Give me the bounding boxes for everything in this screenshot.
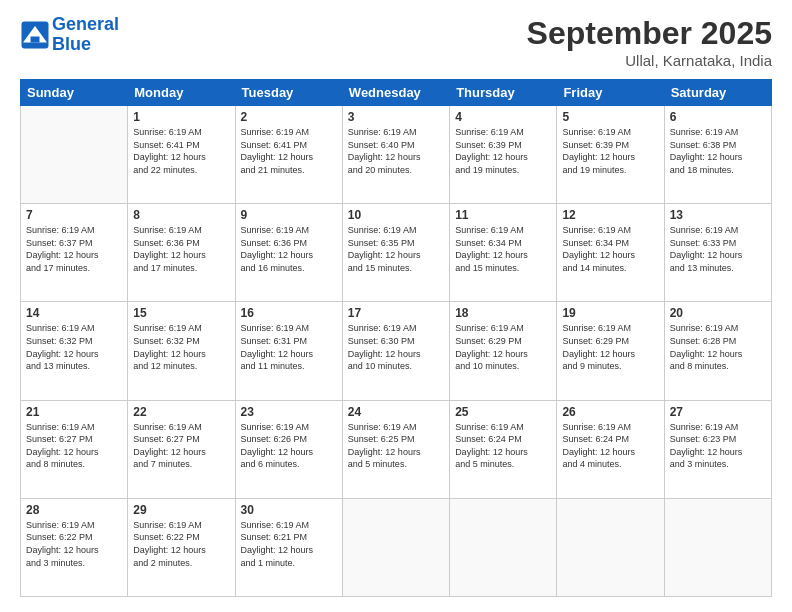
cell-w5-d5	[557, 498, 664, 596]
logo-line1: General	[52, 14, 119, 34]
day-number: 7	[26, 208, 122, 222]
cell-info: Sunrise: 6:19 AM Sunset: 6:36 PM Dayligh…	[133, 224, 229, 274]
logo-line2: Blue	[52, 34, 91, 54]
day-number: 10	[348, 208, 444, 222]
week-row-5: 28Sunrise: 6:19 AM Sunset: 6:22 PM Dayli…	[21, 498, 772, 596]
cell-info: Sunrise: 6:19 AM Sunset: 6:27 PM Dayligh…	[133, 421, 229, 471]
cell-w3-d3: 17Sunrise: 6:19 AM Sunset: 6:30 PM Dayli…	[342, 302, 449, 400]
header-saturday: Saturday	[664, 80, 771, 106]
cell-w2-d3: 10Sunrise: 6:19 AM Sunset: 6:35 PM Dayli…	[342, 204, 449, 302]
cell-info: Sunrise: 6:19 AM Sunset: 6:35 PM Dayligh…	[348, 224, 444, 274]
day-number: 24	[348, 405, 444, 419]
cell-w1-d1: 1Sunrise: 6:19 AM Sunset: 6:41 PM Daylig…	[128, 106, 235, 204]
day-number: 4	[455, 110, 551, 124]
day-number: 13	[670, 208, 766, 222]
cell-info: Sunrise: 6:19 AM Sunset: 6:23 PM Dayligh…	[670, 421, 766, 471]
cell-info: Sunrise: 6:19 AM Sunset: 6:39 PM Dayligh…	[455, 126, 551, 176]
cell-info: Sunrise: 6:19 AM Sunset: 6:41 PM Dayligh…	[241, 126, 337, 176]
cell-info: Sunrise: 6:19 AM Sunset: 6:41 PM Dayligh…	[133, 126, 229, 176]
day-number: 17	[348, 306, 444, 320]
day-number: 25	[455, 405, 551, 419]
day-number: 15	[133, 306, 229, 320]
cell-info: Sunrise: 6:19 AM Sunset: 6:22 PM Dayligh…	[26, 519, 122, 569]
cell-w5-d3	[342, 498, 449, 596]
day-number: 5	[562, 110, 658, 124]
cell-info: Sunrise: 6:19 AM Sunset: 6:31 PM Dayligh…	[241, 322, 337, 372]
day-number: 30	[241, 503, 337, 517]
cell-info: Sunrise: 6:19 AM Sunset: 6:24 PM Dayligh…	[562, 421, 658, 471]
header-thursday: Thursday	[450, 80, 557, 106]
cell-info: Sunrise: 6:19 AM Sunset: 6:40 PM Dayligh…	[348, 126, 444, 176]
cell-info: Sunrise: 6:19 AM Sunset: 6:39 PM Dayligh…	[562, 126, 658, 176]
week-row-2: 7Sunrise: 6:19 AM Sunset: 6:37 PM Daylig…	[21, 204, 772, 302]
cell-w4-d1: 22Sunrise: 6:19 AM Sunset: 6:27 PM Dayli…	[128, 400, 235, 498]
cell-info: Sunrise: 6:19 AM Sunset: 6:22 PM Dayligh…	[133, 519, 229, 569]
cell-w2-d1: 8Sunrise: 6:19 AM Sunset: 6:36 PM Daylig…	[128, 204, 235, 302]
cell-w1-d4: 4Sunrise: 6:19 AM Sunset: 6:39 PM Daylig…	[450, 106, 557, 204]
page: General Blue September 2025 Ullal, Karna…	[0, 0, 792, 612]
day-number: 22	[133, 405, 229, 419]
cell-w1-d0	[21, 106, 128, 204]
day-number: 19	[562, 306, 658, 320]
day-number: 21	[26, 405, 122, 419]
cell-w3-d0: 14Sunrise: 6:19 AM Sunset: 6:32 PM Dayli…	[21, 302, 128, 400]
day-number: 29	[133, 503, 229, 517]
day-number: 8	[133, 208, 229, 222]
cell-w3-d1: 15Sunrise: 6:19 AM Sunset: 6:32 PM Dayli…	[128, 302, 235, 400]
cell-w2-d4: 11Sunrise: 6:19 AM Sunset: 6:34 PM Dayli…	[450, 204, 557, 302]
cell-info: Sunrise: 6:19 AM Sunset: 6:25 PM Dayligh…	[348, 421, 444, 471]
cell-info: Sunrise: 6:19 AM Sunset: 6:21 PM Dayligh…	[241, 519, 337, 569]
cell-w5-d4	[450, 498, 557, 596]
header-wednesday: Wednesday	[342, 80, 449, 106]
day-number: 18	[455, 306, 551, 320]
header-tuesday: Tuesday	[235, 80, 342, 106]
cell-w4-d2: 23Sunrise: 6:19 AM Sunset: 6:26 PM Dayli…	[235, 400, 342, 498]
day-number: 16	[241, 306, 337, 320]
day-number: 6	[670, 110, 766, 124]
week-row-3: 14Sunrise: 6:19 AM Sunset: 6:32 PM Dayli…	[21, 302, 772, 400]
logo-icon	[20, 20, 50, 50]
header-sunday: Sunday	[21, 80, 128, 106]
cell-info: Sunrise: 6:19 AM Sunset: 6:34 PM Dayligh…	[562, 224, 658, 274]
day-number: 12	[562, 208, 658, 222]
day-number: 23	[241, 405, 337, 419]
cell-w3-d4: 18Sunrise: 6:19 AM Sunset: 6:29 PM Dayli…	[450, 302, 557, 400]
cell-w3-d2: 16Sunrise: 6:19 AM Sunset: 6:31 PM Dayli…	[235, 302, 342, 400]
logo-text: General Blue	[52, 15, 119, 55]
day-number: 3	[348, 110, 444, 124]
logo: General Blue	[20, 15, 119, 55]
cell-w5-d6	[664, 498, 771, 596]
cell-w2-d2: 9Sunrise: 6:19 AM Sunset: 6:36 PM Daylig…	[235, 204, 342, 302]
cell-info: Sunrise: 6:19 AM Sunset: 6:26 PM Dayligh…	[241, 421, 337, 471]
calendar: Sunday Monday Tuesday Wednesday Thursday…	[20, 79, 772, 597]
cell-w1-d3: 3Sunrise: 6:19 AM Sunset: 6:40 PM Daylig…	[342, 106, 449, 204]
cell-info: Sunrise: 6:19 AM Sunset: 6:33 PM Dayligh…	[670, 224, 766, 274]
header: General Blue September 2025 Ullal, Karna…	[20, 15, 772, 69]
cell-info: Sunrise: 6:19 AM Sunset: 6:29 PM Dayligh…	[562, 322, 658, 372]
cell-info: Sunrise: 6:19 AM Sunset: 6:37 PM Dayligh…	[26, 224, 122, 274]
cell-w4-d4: 25Sunrise: 6:19 AM Sunset: 6:24 PM Dayli…	[450, 400, 557, 498]
cell-w1-d2: 2Sunrise: 6:19 AM Sunset: 6:41 PM Daylig…	[235, 106, 342, 204]
cell-w1-d6: 6Sunrise: 6:19 AM Sunset: 6:38 PM Daylig…	[664, 106, 771, 204]
day-number: 14	[26, 306, 122, 320]
header-friday: Friday	[557, 80, 664, 106]
month-title: September 2025	[527, 15, 772, 52]
day-number: 27	[670, 405, 766, 419]
cell-info: Sunrise: 6:19 AM Sunset: 6:36 PM Dayligh…	[241, 224, 337, 274]
title-section: September 2025 Ullal, Karnataka, India	[527, 15, 772, 69]
cell-w4-d3: 24Sunrise: 6:19 AM Sunset: 6:25 PM Dayli…	[342, 400, 449, 498]
cell-w4-d6: 27Sunrise: 6:19 AM Sunset: 6:23 PM Dayli…	[664, 400, 771, 498]
week-row-4: 21Sunrise: 6:19 AM Sunset: 6:27 PM Dayli…	[21, 400, 772, 498]
day-number: 28	[26, 503, 122, 517]
day-number: 2	[241, 110, 337, 124]
day-number: 1	[133, 110, 229, 124]
svg-rect-2	[31, 36, 40, 42]
day-number: 11	[455, 208, 551, 222]
cell-info: Sunrise: 6:19 AM Sunset: 6:28 PM Dayligh…	[670, 322, 766, 372]
cell-info: Sunrise: 6:19 AM Sunset: 6:34 PM Dayligh…	[455, 224, 551, 274]
cell-w3-d5: 19Sunrise: 6:19 AM Sunset: 6:29 PM Dayli…	[557, 302, 664, 400]
cell-w4-d0: 21Sunrise: 6:19 AM Sunset: 6:27 PM Dayli…	[21, 400, 128, 498]
day-number: 20	[670, 306, 766, 320]
weekday-header-row: Sunday Monday Tuesday Wednesday Thursday…	[21, 80, 772, 106]
cell-info: Sunrise: 6:19 AM Sunset: 6:38 PM Dayligh…	[670, 126, 766, 176]
